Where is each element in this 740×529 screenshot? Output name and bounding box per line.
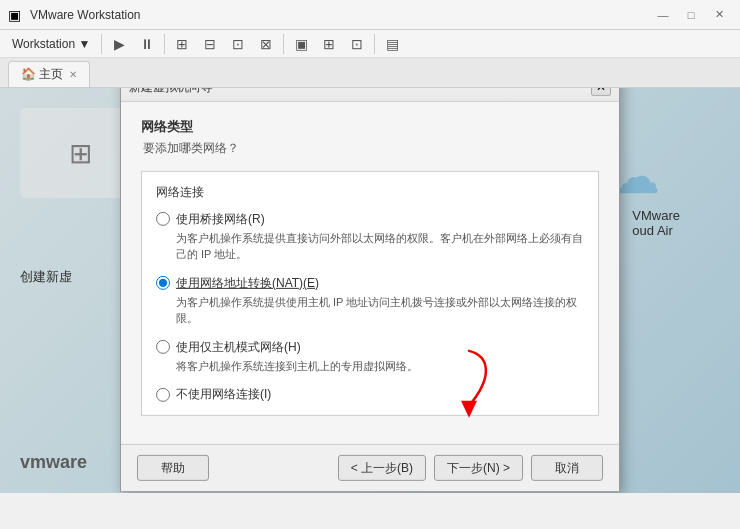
hostonly-option: 使用仅主机模式网络(H) 将客户机操作系统连接到主机上的专用虚拟网络。 xyxy=(156,338,584,374)
dialog-close-button[interactable]: ✕ xyxy=(591,88,611,96)
dialog-footer: 帮助 < 上一步(B) 下一步(N) > 取消 xyxy=(121,444,619,491)
vm-button-2[interactable]: ⊟ xyxy=(196,31,224,57)
vm-button-5[interactable]: ▣ xyxy=(287,31,315,57)
bridge-label[interactable]: 使用桥接网络(R) xyxy=(176,210,265,227)
toolbar-separator-4 xyxy=(374,34,375,54)
nonet-label[interactable]: 不使用网络连接(I) xyxy=(176,386,271,403)
network-group-label: 网络连接 xyxy=(156,183,584,200)
vm-button-6[interactable]: ⊞ xyxy=(315,31,343,57)
nat-radio[interactable] xyxy=(156,275,170,289)
minimize-button[interactable]: — xyxy=(650,5,676,25)
home-tab-label: 🏠 主页 xyxy=(21,66,63,83)
toolbar-separator-2 xyxy=(164,34,165,54)
home-tab[interactable]: 🏠 主页 ✕ xyxy=(8,61,90,87)
network-group: 网络连接 使用桥接网络(R) 为客户机操作系统提供直接访问外部以太网络的权限。客… xyxy=(141,170,599,415)
vm-button-8[interactable]: ▤ xyxy=(378,31,406,57)
menu-bar: Workstation ▼ ▶ ⏸ ⊞ ⊟ ⊡ ⊠ ▣ ⊞ ⊡ ▤ xyxy=(0,30,740,58)
workstation-menu[interactable]: Workstation ▼ xyxy=(4,33,98,55)
cancel-button[interactable]: 取消 xyxy=(531,455,603,481)
main-area: ⊞ 创建新虚 ☁ VMware oud Air vmware 新建虚拟机向导 ✕… xyxy=(0,88,740,493)
next-button[interactable]: 下一步(N) > xyxy=(434,455,523,481)
nonet-option: 不使用网络连接(I) xyxy=(156,386,584,403)
footer-right-buttons: < 上一步(B) 下一步(N) > 取消 xyxy=(338,455,603,481)
vm-button-3[interactable]: ⊡ xyxy=(224,31,252,57)
help-button[interactable]: 帮助 xyxy=(137,455,209,481)
dialog-titlebar: 新建虚拟机向导 ✕ xyxy=(121,88,619,101)
toolbar-separator xyxy=(101,34,102,54)
tab-bar: 🏠 主页 ✕ xyxy=(0,58,740,88)
play-button[interactable]: ▶ xyxy=(105,31,133,57)
vm-button-1[interactable]: ⊞ xyxy=(168,31,196,57)
toolbar-separator-3 xyxy=(283,34,284,54)
vm-button-7[interactable]: ⊡ xyxy=(343,31,371,57)
nat-label[interactable]: 使用网络地址转换(NAT)(E) xyxy=(176,274,319,291)
hostonly-desc: 将客户机操作系统连接到主机上的专用虚拟网络。 xyxy=(156,357,584,374)
nat-desc: 为客户机操作系统提供使用主机 IP 地址访问主机拨号连接或外部以太网络连接的权限… xyxy=(156,293,584,326)
dialog-heading: 网络类型 xyxy=(141,117,599,135)
nat-option: 使用网络地址转换(NAT)(E) 为客户机操作系统提供使用主机 IP 地址访问主… xyxy=(156,274,584,326)
vm-button-4[interactable]: ⊠ xyxy=(252,31,280,57)
app-icon: ▣ xyxy=(8,7,24,23)
title-bar: ▣ VMware Workstation — □ ✕ xyxy=(0,0,740,30)
dialog-title: 新建虚拟机向导 xyxy=(129,88,591,95)
bridge-option: 使用桥接网络(R) 为客户机操作系统提供直接访问外部以太网络的权限。客户机在外部… xyxy=(156,210,584,262)
home-tab-close[interactable]: ✕ xyxy=(69,69,77,80)
close-button[interactable]: ✕ xyxy=(706,5,732,25)
bridge-radio[interactable] xyxy=(156,211,170,225)
back-button[interactable]: < 上一步(B) xyxy=(338,455,426,481)
maximize-button[interactable]: □ xyxy=(678,5,704,25)
bridge-desc: 为客户机操作系统提供直接访问外部以太网络的权限。客户机在外部网络上必须有自己的 … xyxy=(156,229,584,262)
new-vm-wizard-dialog: 新建虚拟机向导 ✕ 网络类型 要添加哪类网络？ 网络连接 使用桥接网络(R) 为… xyxy=(120,88,620,492)
hostonly-radio[interactable] xyxy=(156,339,170,353)
hostonly-label[interactable]: 使用仅主机模式网络(H) xyxy=(176,338,301,355)
dialog-subheading: 要添加哪类网络？ xyxy=(141,139,599,156)
dialog-body: 网络类型 要添加哪类网络？ 网络连接 使用桥接网络(R) 为客户机操作系统提供直… xyxy=(121,101,619,444)
nonet-radio[interactable] xyxy=(156,388,170,402)
window-title: VMware Workstation xyxy=(30,8,650,22)
pause-button[interactable]: ⏸ xyxy=(133,31,161,57)
window-controls: — □ ✕ xyxy=(650,5,732,25)
